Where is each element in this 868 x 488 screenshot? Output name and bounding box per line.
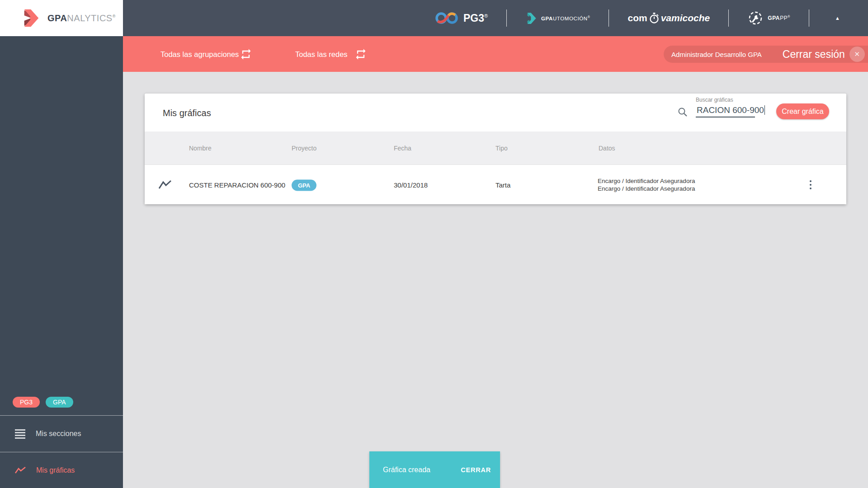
filter-bar: Todas las agrupaciones Todas las redes A…: [123, 36, 868, 72]
my-charts-card: Mis gráficas Buscar gráficas RACION 600-…: [145, 94, 846, 204]
search-icon[interactable]: [677, 107, 688, 117]
column-header-fecha: Fecha: [394, 145, 411, 152]
search-field-label: Buscar gráficas: [696, 97, 733, 103]
search-input-value: RACION 600-900: [697, 105, 764, 115]
project-badge: GPA: [292, 179, 316, 191]
groupings-filter-label[interactable]: Todas las agrupaciones: [160, 50, 239, 58]
topbar-divider: [609, 9, 609, 27]
table-header: Nombre Proyecto Fecha Tipo Datos: [145, 131, 846, 165]
gpapp-reg: ®: [788, 15, 790, 18]
pg3-label: PG3: [463, 12, 484, 24]
search-input[interactable]: RACION 600-900: [697, 105, 765, 115]
snackbar-message: Gráfica creada: [383, 466, 430, 474]
current-user-label: Administrador Desarrollo GPA: [671, 51, 762, 58]
brand-gpautomocion[interactable]: GPAUTOMOCIÓN®: [525, 12, 590, 24]
gpapp-bold: GPA: [768, 15, 780, 21]
column-header-proyecto: Proyecto: [292, 145, 316, 152]
pg3-infinity-icon: [435, 11, 458, 25]
row-data-cell: Encargo / Identificador Aseguradora Enca…: [598, 177, 695, 192]
collapse-caret-icon[interactable]: ▲: [835, 15, 840, 21]
snackbar: Gráfica creada CERRAR: [369, 451, 500, 488]
sidebar-item-label: Mis secciones: [36, 430, 81, 438]
logout-button[interactable]: Cerrar sesión: [783, 48, 845, 61]
sidebar-badges: PG3 GPA: [0, 397, 123, 415]
sidebar-bottom: PG3 GPA Mis secciones Mis gráficas: [0, 397, 123, 488]
text-cursor: [764, 105, 765, 115]
automocion-bold: GPA: [541, 15, 553, 21]
row-name-cell: COSTE REPARACION 600-900: [189, 181, 285, 188]
brand-comprovamicoche[interactable]: com vamicoche: [627, 12, 710, 24]
row-type-cell: Tarta: [495, 181, 510, 188]
gpapp-wrench-icon: [747, 10, 764, 26]
stopwatch-icon: [649, 12, 660, 24]
logo-reg: ®: [113, 14, 116, 19]
create-chart-button[interactable]: Crear gráfica: [776, 103, 829, 119]
logo-light: NALYTICS: [67, 13, 112, 23]
row-data-line: Encargo / Identificador Aseguradora: [598, 185, 695, 192]
swap-networks-icon[interactable]: [354, 48, 367, 61]
badge-pg3: PG3: [13, 397, 40, 408]
comprova-post: vamicoche: [661, 13, 710, 23]
sidebar-item-label: Mis gráficas: [36, 466, 75, 474]
topbar-divider: [809, 9, 809, 27]
app-logo-text: GPANALYTICS®: [47, 13, 116, 23]
user-session-pill: Administrador Desarrollo GPA Cerrar sesi…: [664, 46, 868, 63]
row-project-cell: GPA: [292, 181, 316, 188]
gpapp-rest: PP: [780, 15, 788, 21]
page-title: Mis gráficas: [163, 108, 211, 118]
sidebar-item-mis-secciones[interactable]: Mis secciones: [0, 415, 123, 452]
column-header-nombre: Nombre: [189, 145, 212, 152]
row-date-cell: 30/01/2018: [394, 181, 428, 188]
sidebar: GPANALYTICS® PG3 GPA Mis secciones Mis g…: [0, 0, 123, 488]
search-input-underline: [696, 117, 755, 117]
row-actions-menu-icon[interactable]: [802, 177, 819, 193]
automocion-reg: ®: [588, 15, 590, 19]
brand-gpapp[interactable]: GPAPP®: [747, 10, 790, 26]
column-header-datos: Datos: [599, 145, 615, 152]
row-data-line: Encargo / Identificador Aseguradora: [598, 177, 695, 185]
topbar: PG3® GPAUTOMOCIÓN® com vamicoche GPAPP® …: [123, 0, 868, 36]
logo-bold: GPA: [47, 13, 67, 23]
topbar-divider: [506, 9, 507, 27]
comprova-pre: com: [627, 13, 647, 23]
menu-icon: [15, 429, 25, 439]
swap-groupings-icon[interactable]: [240, 48, 252, 61]
pg3-reg: ®: [484, 13, 488, 19]
badge-gpa: GPA: [46, 397, 73, 408]
chart-type-icon: [158, 179, 172, 190]
app-logo: GPANALYTICS®: [0, 0, 123, 36]
topbar-divider: [728, 9, 729, 27]
gpa-arrow-logo-icon: [21, 8, 42, 28]
snackbar-close-button[interactable]: CERRAR: [461, 466, 491, 474]
brand-pg3[interactable]: PG3®: [435, 11, 488, 25]
line-chart-icon: [15, 466, 26, 474]
networks-filter-label[interactable]: Todas las redes: [295, 50, 348, 58]
automocion-rest: UTOMOCIÓN: [553, 15, 588, 21]
logout-x-icon[interactable]: ✕: [849, 47, 865, 62]
gpautomocion-arrow-icon: [525, 12, 538, 24]
table-row[interactable]: COSTE REPARACION 600-900 GPA 30/01/2018 …: [145, 165, 846, 204]
sidebar-item-mis-graficas[interactable]: Mis gráficas: [0, 452, 123, 488]
column-header-tipo: Tipo: [495, 145, 508, 152]
